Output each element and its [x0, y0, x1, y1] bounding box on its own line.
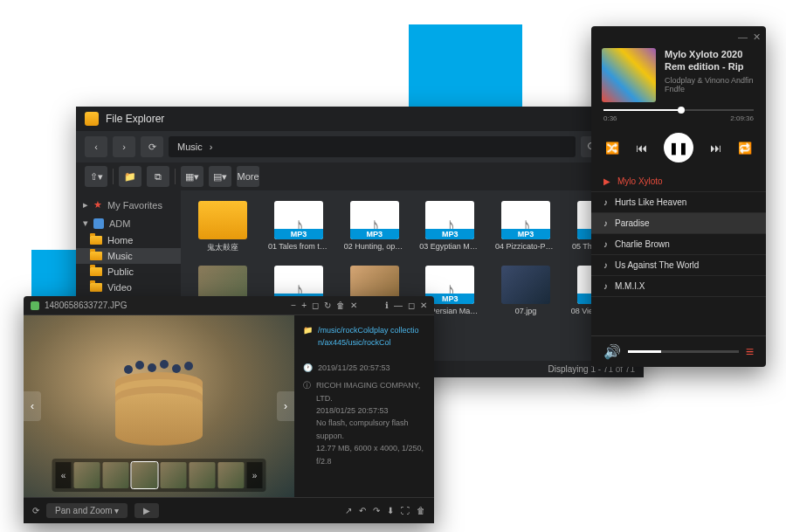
- shuffle-button[interactable]: 🔀: [605, 142, 619, 155]
- file-item[interactable]: 07.jpg: [491, 262, 562, 319]
- app-icon: [85, 112, 99, 126]
- sidebar-item-public[interactable]: Public: [76, 264, 181, 280]
- delete-button[interactable]: 🗑: [336, 301, 345, 310]
- mp3-icon: ♪MP3: [274, 201, 323, 239]
- playlist-view-button[interactable]: ≡: [746, 344, 754, 360]
- sync-button[interactable]: ⟳: [32, 506, 39, 515]
- close-button[interactable]: ✕: [753, 31, 761, 43]
- file-path[interactable]: /music/rockColdplay collection/ax445/usi…: [318, 324, 425, 349]
- pause-button[interactable]: ❚❚: [664, 133, 693, 162]
- folder-icon: [90, 267, 102, 276]
- album-art[interactable]: [602, 48, 656, 102]
- file-item[interactable]: 鬼太鼓座: [188, 197, 259, 257]
- zoom-in-button[interactable]: +: [301, 301, 307, 310]
- refresh-button[interactable]: ⟳: [141, 136, 163, 157]
- copy-button[interactable]: ⧉: [147, 166, 169, 187]
- breadcrumb-bar[interactable]: Music ›: [169, 136, 576, 157]
- sidebar-item-home[interactable]: Home: [76, 232, 181, 248]
- image-canvas[interactable]: ‹ › « »: [24, 315, 294, 497]
- file-name: 02 Hunting, op. …: [344, 242, 405, 251]
- folder-icon: [198, 201, 247, 239]
- playlist-item[interactable]: ♪Charlie Brown: [591, 234, 766, 255]
- file-name: 04 Pizzicato-Polk…: [495, 242, 556, 251]
- repeat-button[interactable]: 🔁: [738, 142, 752, 155]
- volume-bar: 🔊 ≡: [591, 335, 766, 367]
- strip-thumb[interactable]: [74, 462, 100, 488]
- progress-bar[interactable]: [603, 109, 754, 111]
- breadcrumb-item[interactable]: Music: [177, 142, 203, 152]
- strip-thumb[interactable]: [161, 462, 187, 488]
- sidebar-favorites-header[interactable]: ▸ ★ My Favorites: [76, 196, 181, 214]
- rotate-button[interactable]: ↻: [324, 301, 331, 310]
- playlist-item[interactable]: ▶Mylo Xyloto: [591, 171, 766, 192]
- sort-button[interactable]: ▤▾: [209, 166, 231, 187]
- sidebar-adm-header[interactable]: ▾ ADM: [76, 214, 181, 232]
- track-icon: ♪: [603, 218, 608, 228]
- playlist-item[interactable]: ♪Paradise: [591, 213, 766, 234]
- folder-icon: 📁: [303, 324, 313, 356]
- sidebar-item-music[interactable]: Music: [76, 248, 181, 264]
- strip-thumb[interactable]: [190, 462, 216, 488]
- view-mode-button[interactable]: ▦▾: [181, 166, 203, 187]
- pan-zoom-mode[interactable]: Pan and Zoom ▾: [46, 503, 128, 518]
- viewer-titlebar[interactable]: 1480658633727.JPG − + ◻ ↻ 🗑 ✕ ℹ — ◻ ✕: [24, 296, 434, 315]
- previous-button[interactable]: ⏮: [636, 142, 647, 155]
- folder-icon: [90, 236, 102, 245]
- rotate-right-button[interactable]: ↷: [373, 506, 380, 515]
- image-specs: 12.77 MB, 6000 x 4000, 1/250, f/2.8: [316, 442, 425, 467]
- file-item[interactable]: ♪MP301 Tales from the…: [264, 197, 334, 257]
- maximize-button[interactable]: ◻: [408, 301, 415, 310]
- zoom-out-button[interactable]: −: [291, 301, 296, 310]
- fit-button[interactable]: ◻: [312, 301, 319, 310]
- minimize-button[interactable]: —: [394, 301, 403, 310]
- close-panel-button[interactable]: ✕: [420, 301, 427, 310]
- next-image-button[interactable]: ›: [277, 391, 294, 421]
- share-button[interactable]: ↗: [345, 506, 352, 515]
- track-title: Mylo Xyloto 2020 Rem edition - Rip: [665, 48, 755, 73]
- file-item[interactable]: ♪MP302 Hunting, op. …: [339, 197, 410, 257]
- sidebar-item-video[interactable]: Video: [76, 280, 181, 295]
- strip-prev-button[interactable]: «: [56, 462, 72, 488]
- forward-button[interactable]: ›: [113, 136, 135, 157]
- playlist-item[interactable]: ♪M.M.I.X: [591, 276, 766, 297]
- track-icon: ▶: [603, 176, 610, 186]
- volume-slider[interactable]: [628, 350, 739, 353]
- playlist-item[interactable]: ♪Us Against The World: [591, 255, 766, 276]
- volume-icon[interactable]: 🔊: [603, 343, 621, 360]
- playback-controls: 🔀 ⏮ ❚❚ ⏭ 🔁: [591, 129, 766, 166]
- close-button[interactable]: ✕: [350, 301, 357, 310]
- mp3-icon: ♪MP3: [350, 201, 399, 239]
- adm-icon: [93, 218, 104, 229]
- upload-button[interactable]: ⇧▾: [85, 166, 107, 187]
- trash-button[interactable]: 🗑: [417, 506, 425, 515]
- strip-thumb-active[interactable]: [132, 462, 158, 488]
- track-icon: ♪: [603, 239, 608, 249]
- file-name: 03 Egyptian March…: [419, 242, 480, 251]
- chevron-right-icon: ›: [210, 142, 213, 152]
- strip-thumb[interactable]: [103, 462, 129, 488]
- strip-next-button[interactable]: »: [247, 462, 263, 488]
- viewer-bottom-bar: ⟳ Pan and Zoom ▾ ▶ ↗ ↶ ↷ ⬇ ⛶ 🗑: [24, 497, 434, 523]
- file-date: 2019/11/25 20:57:53: [318, 362, 390, 374]
- next-button[interactable]: ⏭: [710, 142, 721, 155]
- prev-image-button[interactable]: ‹: [24, 391, 41, 421]
- slideshow-button[interactable]: ▶: [134, 503, 159, 518]
- strip-thumb[interactable]: [218, 462, 245, 488]
- file-item[interactable]: ♪MP303 Egyptian March…: [415, 197, 486, 257]
- app-icon: [31, 301, 39, 310]
- playlist-item[interactable]: ♪Hurts Like Heaven: [591, 192, 766, 213]
- back-button[interactable]: ‹: [85, 136, 107, 157]
- window-controls: — ✕: [591, 26, 766, 48]
- download-button[interactable]: ⬇: [387, 506, 394, 515]
- more-button[interactable]: More: [237, 166, 259, 187]
- rotate-left-button[interactable]: ↶: [359, 506, 366, 515]
- mp3-icon: ♪MP3: [501, 201, 550, 239]
- file-item[interactable]: ♪MP304 Pizzicato-Polk…: [491, 197, 562, 257]
- minimize-button[interactable]: —: [738, 31, 748, 43]
- fullscreen-button[interactable]: ⛶: [401, 506, 410, 515]
- window-titlebar[interactable]: File Explorer: [76, 107, 644, 131]
- clock-icon: 🕐: [303, 362, 313, 374]
- new-folder-button[interactable]: 📁: [119, 166, 141, 187]
- thumbnail-strip: « »: [52, 459, 266, 492]
- info-button[interactable]: ℹ: [385, 301, 389, 310]
